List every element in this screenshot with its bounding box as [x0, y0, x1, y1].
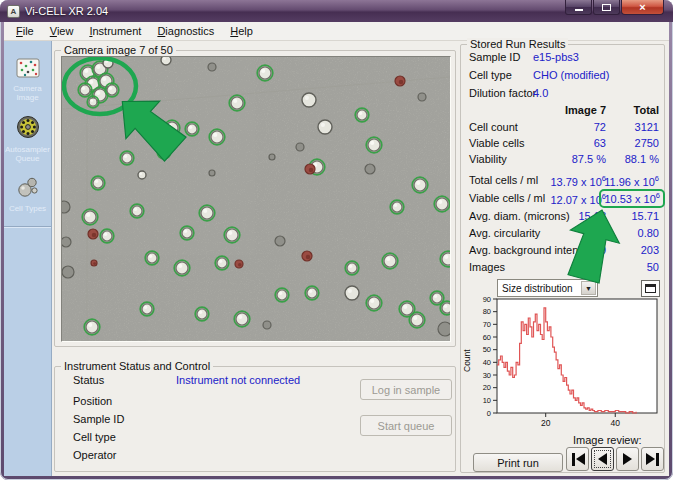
result-row: Images50 — [469, 261, 659, 276]
instrument-field-operator: Operator — [73, 449, 345, 463]
result-image7-value: 87.5 % — [572, 153, 606, 165]
log-in-sample-button[interactable]: Log in sample — [360, 379, 452, 400]
field-value: Instrument not connected — [176, 374, 300, 386]
field-label: Operator — [73, 449, 116, 461]
result-label: Avg. diam. (microns) — [469, 210, 570, 222]
image-review-nav — [566, 447, 664, 471]
camera-image-icon — [16, 58, 40, 82]
next-image-icon — [623, 453, 632, 465]
result-row: Avg. background intensity199203 — [469, 244, 659, 259]
info-value: CHO (modified) — [533, 69, 609, 81]
title-bar: A Vi-CELL XR 2.04 × — [0, 0, 673, 22]
svg-text:40: 40 — [611, 418, 621, 428]
result-row: Viable cells / ml12.07 x 10610.53 x 106 — [469, 192, 659, 207]
close-button[interactable]: × — [621, 0, 664, 15]
result-total-value: 3121 — [635, 121, 659, 133]
info-label: Sample ID — [469, 51, 520, 63]
svg-text:0: 0 — [487, 409, 491, 418]
camera-image-view — [61, 56, 451, 342]
menu-file[interactable]: File — [8, 23, 42, 39]
svg-text:Count: Count — [462, 349, 472, 372]
svg-text:40: 40 — [483, 358, 491, 367]
menu-view[interactable]: View — [42, 23, 82, 39]
previous-image-button[interactable] — [591, 447, 614, 471]
next-image-button[interactable] — [616, 447, 639, 471]
result-total-value: 88.1 % — [625, 153, 659, 165]
result-image7-value: 0.85 — [585, 227, 606, 239]
window-controls: × — [565, 0, 664, 15]
info-value: e15-pbs3 — [533, 51, 579, 63]
minimize-button[interactable] — [565, 0, 592, 15]
print-run-button[interactable]: Print run — [473, 453, 563, 472]
info-value: 4.0 — [533, 87, 548, 99]
svg-text:30: 30 — [483, 371, 491, 380]
result-total-value: 50 — [647, 261, 659, 273]
camera-image — [62, 57, 450, 341]
sidebar-item-label: Cell Types — [9, 204, 46, 213]
window-title: Vi-CELL XR 2.04 — [25, 5, 108, 17]
result-image7-value: 199 — [588, 244, 606, 256]
last-image-icon — [646, 453, 660, 466]
sidebar-item-cell-types[interactable]: Cell Types — [4, 176, 51, 213]
result-info-sample-id: Sample IDe15-pbs3 — [469, 51, 658, 65]
menu-help[interactable]: Help — [222, 23, 261, 39]
size-distribution-chart: 01020304050607080902040CountDiameter (mi… — [461, 291, 666, 431]
first-image-button[interactable] — [566, 447, 589, 471]
sidebar-divider — [4, 226, 51, 228]
menu-instrument[interactable]: Instrument — [81, 23, 149, 39]
svg-text:20: 20 — [541, 418, 551, 428]
svg-text:10: 10 — [483, 396, 491, 405]
results-column-headers: Image 7 Total — [469, 104, 659, 118]
result-total-value: 203 — [641, 244, 659, 256]
svg-text:80: 80 — [483, 307, 491, 316]
camera-group-title: Camera image 7 of 50 — [61, 44, 176, 56]
stored-run-results-panel: Stored Run Results Sample IDe15-pbs3Cell… — [460, 44, 665, 473]
menu-diagnostics[interactable]: Diagnostics — [149, 23, 222, 39]
svg-text:60: 60 — [483, 333, 491, 342]
instrument-field-status: StatusInstrument not connected — [73, 374, 345, 388]
result-total-value: 11.96 x 106 — [604, 174, 659, 188]
info-label: Dilution factor — [469, 87, 536, 99]
image-review-label: Image review: — [573, 434, 641, 446]
svg-text:Diameter (microns): Diameter (microns) — [539, 430, 616, 431]
start-queue-button[interactable]: Start queue — [360, 415, 452, 436]
svg-text:70: 70 — [483, 320, 491, 329]
result-label: Avg. background intensity — [469, 244, 595, 256]
result-total-value: 15.71 — [631, 210, 659, 222]
last-image-button[interactable] — [641, 447, 664, 471]
sidebar-item-autosampler-queue[interactable]: AutosamplerQueue — [4, 115, 51, 163]
application-window: A Vi-CELL XR 2.04 × FileViewInstrumentDi… — [0, 0, 673, 480]
info-label: Cell type — [469, 69, 512, 81]
client-area: FileViewInstrumentDiagnosticsHelp Camera… — [4, 22, 669, 476]
vi-cell-app-icon: A — [7, 5, 20, 18]
field-label: Status — [73, 374, 104, 386]
result-image7-value: 12.07 x 106 — [550, 192, 606, 206]
sidebar-item-camera-image[interactable]: CameraImage — [4, 58, 51, 102]
result-total-value: 2750 — [635, 137, 659, 149]
instrument-status-group: Instrument Status and Control StatusInst… — [54, 366, 456, 472]
menu-bar: FileViewInstrumentDiagnosticsHelp — [4, 22, 669, 41]
result-label: Total cells / ml — [469, 174, 538, 186]
svg-text:50: 50 — [483, 345, 491, 354]
sidebar-item-label: CameraImage — [13, 84, 41, 102]
result-image7-value: 15.18 — [578, 210, 606, 222]
result-total-value: 0.80 — [638, 227, 659, 239]
results-group-title: Stored Run Results — [467, 38, 568, 50]
field-label: Position — [73, 395, 112, 407]
instrument-field-position: Position — [73, 395, 345, 409]
field-label: Cell type — [73, 431, 116, 443]
cell-types-icon — [16, 176, 40, 202]
close-icon: × — [639, 1, 645, 13]
maximize-button[interactable] — [593, 0, 620, 15]
instrument-field-sample-id: Sample ID — [73, 413, 345, 427]
camera-image-group: Camera image 7 of 50 — [54, 50, 456, 347]
result-row: Avg. diam. (microns)15.1815.71 — [469, 210, 659, 225]
result-info-dilution-factor: Dilution factor4.0 — [469, 87, 658, 101]
result-row: Viability87.5 %88.1 % — [469, 153, 659, 168]
result-label: Avg. circularity — [469, 227, 540, 239]
result-row: Cell count723121 — [469, 121, 659, 136]
field-label: Sample ID — [73, 413, 124, 425]
result-row: Viable cells632750 — [469, 137, 659, 152]
instrument-group-title: Instrument Status and Control — [61, 360, 213, 372]
column-image7: Image 7 — [565, 104, 606, 116]
